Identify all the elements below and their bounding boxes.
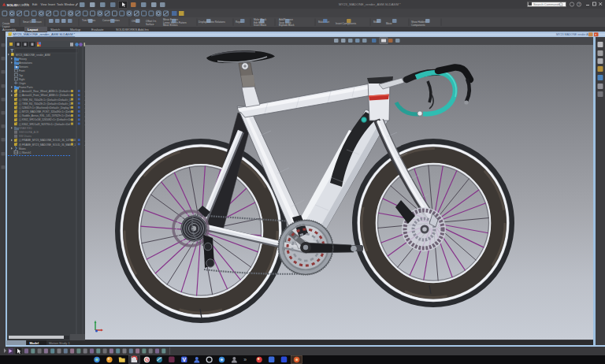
svg-text:Window: Window	[65, 3, 75, 6]
svg-text:View: View	[41, 3, 47, 6]
svg-text:Display/Delete Relations: Display/Delete Relations	[199, 20, 225, 24]
svg-text:Sensors: Sensors	[19, 65, 28, 69]
svg-text:Layout: Layout	[28, 28, 39, 32]
svg-text:Annotations: Annotations	[19, 61, 32, 65]
svg-text:(f) FRAME_MY23_MADONE_SOLID_36: (f) FRAME_MY23_MADONE_SOLID_36_MASK_14	[19, 143, 77, 147]
svg-text:(-) K802_SFD1x1M_5265082<1> (D: (-) K802_SFD1x1M_5265082<1> (Default<<De	[19, 118, 72, 121]
svg-text:(-) 52B657<1> (Machined)<Defau: (-) 52B657<1> (Machined)<Default>_Displa…	[19, 106, 71, 110]
svg-text:Insert Components: Insert Components	[336, 22, 357, 25]
svg-text:Evaluate: Evaluate	[91, 28, 104, 32]
svg-text:Top: Top	[19, 74, 23, 77]
svg-text:(-) MY23_MADONE_POST_320x490<1: (-) MY23_MADONE_POST_320x490<1> (Defaul	[19, 110, 74, 113]
svg-text:Search Commands: Search Commands	[533, 2, 560, 6]
svg-text:Model: Model	[30, 341, 39, 345]
svg-text:SW Chains: SW Chains	[19, 135, 32, 138]
svg-text:SW3 DURA_ACE: SW3 DURA_ACE	[19, 131, 39, 134]
svg-text:V: V	[182, 357, 186, 362]
svg-text:Insert: Insert	[48, 3, 55, 6]
svg-text:MY23_MADONE_render_ASM.SLDASM: MY23_MADONE_render_ASM.SLDASM *	[13, 32, 76, 36]
svg-text:(-) Aerius01_Front_Wheel_ASM<1: (-) Aerius01_Front_Wheel_ASM<1> (Default…	[19, 94, 72, 97]
svg-text:SRAM RED: SRAM RED	[19, 127, 33, 130]
svg-text:x: x	[595, 33, 596, 36]
svg-text:MY23 MADONE render ASM: MY23 MADONE render ASM	[556, 33, 592, 36]
svg-text:G: G	[145, 357, 150, 362]
svg-text:(-) TIRE_R4_700x28<2> (Default: (-) TIRE_R4_700x28<2> (Default<<Default>…	[19, 102, 72, 106]
svg-text:(-) FRAME_MY23_MADONE_SOLID_36: (-) FRAME_MY23_MADONE_SOLID_36_1478U05	[19, 139, 76, 142]
svg-text:(-) TIRE_R4_700x28<1> (Default: (-) TIRE_R4_700x28<1> (Default<<Default>…	[19, 98, 72, 102]
svg-text:MY23_MADONE_render_ASM: MY23_MADONE_render_ASM	[16, 54, 50, 57]
svg-text:Sketch: Sketch	[50, 28, 60, 32]
svg-text:Move: Move	[386, 22, 392, 25]
svg-text:Origin: Origin	[19, 82, 26, 85]
svg-text:Front: Front	[19, 69, 25, 72]
svg-text:Move Entities: Move Entities	[163, 24, 178, 27]
svg-text:(-) Sketch1: (-) Sketch1	[19, 151, 32, 154]
svg-text:Markup: Markup	[70, 28, 81, 32]
svg-text:(-) Saddle_Aerius_RSL_145_5976: (-) Saddle_Aerius_RSL_145_597629<1> (Def…	[19, 114, 72, 117]
svg-text:Tools: Tools	[57, 3, 64, 6]
svg-text:Mates: Mates	[19, 147, 26, 150]
svg-text:»: »	[243, 357, 247, 362]
svg-text:Right: Right	[19, 78, 25, 81]
svg-text:Assembly: Assembly	[2, 28, 16, 32]
svg-text:MY23_MADONE_render_ASM.SLDASM: MY23_MADONE_render_ASM.SLDASM *	[339, 2, 401, 6]
svg-text:Explode Block: Explode Block	[279, 24, 295, 27]
svg-text:Surface: Surface	[146, 23, 154, 26]
svg-text:Frame Parts: Frame Parts	[19, 86, 33, 89]
svg-text:(-) K802_SFD1x49_969790<1> (De: (-) K802_SFD1x49_969790<1> (Default<<Def	[19, 123, 70, 126]
svg-text:History: History	[19, 58, 27, 61]
svg-text:Edit: Edit	[32, 3, 37, 6]
svg-text:File: File	[24, 3, 29, 6]
svg-text:(-) Aerius01_Rear_Wheel_ASM<1>: (-) Aerius01_Rear_Wheel_ASM<1> (Default<…	[19, 90, 73, 93]
svg-text:Components: Components	[411, 24, 425, 27]
svg-text:Motion Study 1: Motion Study 1	[49, 341, 70, 345]
svg-text:SOLIDWORKS Add-Ins: SOLIDWORKS Add-Ins	[116, 28, 149, 32]
svg-text:Insert Block: Insert Block	[254, 24, 267, 27]
